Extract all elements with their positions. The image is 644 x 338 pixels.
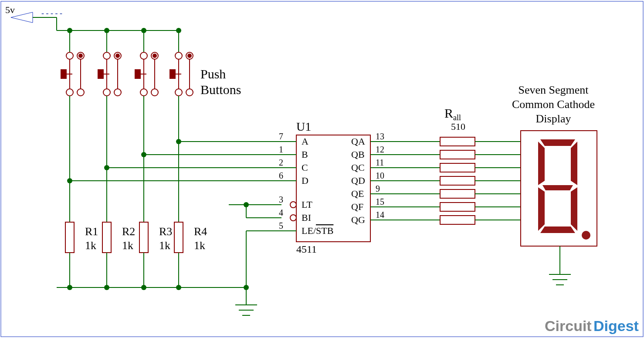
button-col-2: [98, 28, 121, 170]
r3-name: R3: [159, 225, 172, 238]
svg-text:14: 14: [376, 210, 384, 220]
svg-point-45: [186, 89, 193, 96]
svg-rect-122: [440, 150, 475, 159]
display-label-2: Common Cathode: [512, 98, 595, 111]
svg-marker-139: [542, 185, 573, 190]
svg-point-42: [175, 52, 182, 59]
svg-point-16: [103, 52, 110, 59]
rall-name: Rall: [444, 106, 461, 122]
svg-text:QD: QD: [351, 175, 365, 186]
ic-pins-right: 13 QA 12 QB 11 QC 10 QD 9 QE 15 QF 14 QG: [351, 132, 440, 225]
svg-text:4: 4: [279, 208, 283, 217]
svg-point-6: [66, 89, 73, 96]
seven-segment-display: Seven Segment Common Cathode Display: [512, 84, 597, 285]
svg-marker-136: [540, 139, 575, 146]
svg-point-18: [103, 89, 110, 96]
svg-text:QA: QA: [351, 136, 365, 147]
svg-point-37: [153, 54, 157, 58]
svg-rect-60: [139, 222, 148, 253]
r3-value: 1k: [159, 239, 170, 252]
svg-point-66: [104, 285, 109, 290]
svg-text:QE: QE: [351, 188, 364, 199]
ic-part: 4511: [296, 243, 317, 255]
svg-text:2: 2: [279, 158, 283, 167]
svg-marker-142: [540, 226, 575, 233]
pin-name: A: [302, 136, 308, 147]
svg-rect-127: [440, 216, 475, 224]
svg-point-32: [151, 89, 158, 96]
resistor-r1: R1 1k: [65, 181, 98, 287]
button-col-3: [135, 28, 158, 157]
svg-text:15: 15: [376, 197, 384, 206]
svg-text:QC: QC: [351, 162, 365, 173]
svg-point-7: [77, 89, 84, 96]
svg-rect-22: [98, 70, 103, 78]
svg-text:LE/STB: LE/STB: [302, 225, 333, 236]
watermark: Circuit Digest: [545, 318, 639, 334]
svg-text:3: 3: [279, 195, 283, 204]
svg-point-65: [67, 285, 72, 290]
svg-point-29: [140, 52, 147, 59]
svg-rect-121: [440, 137, 475, 146]
svg-rect-126: [440, 203, 475, 211]
resistor-r4: R4 1k: [174, 142, 207, 287]
r4-value: 1k: [194, 239, 205, 252]
svg-text:6: 6: [279, 171, 283, 180]
ic-ref: U1: [296, 120, 311, 133]
svg-text:5: 5: [279, 221, 283, 230]
pin-num: 7: [279, 132, 283, 141]
display-label-3: Display: [536, 112, 571, 125]
svg-point-19: [114, 89, 121, 96]
svg-text:C: C: [302, 162, 308, 173]
svg-point-82: [290, 215, 296, 221]
svg-point-50: [187, 54, 192, 58]
svg-rect-63: [174, 222, 183, 253]
r1-value: 1k: [85, 239, 96, 252]
resistor-r2: R2 1k: [102, 168, 135, 287]
push-buttons-label-2: Buttons: [200, 82, 241, 97]
svg-rect-35: [135, 70, 140, 78]
svg-text:BI: BI: [302, 212, 311, 223]
svg-point-67: [141, 285, 146, 290]
svg-point-31: [140, 89, 147, 96]
svg-marker-137: [538, 142, 545, 185]
svg-rect-48: [170, 70, 175, 78]
svg-text:QF: QF: [351, 201, 363, 212]
resistor-array: Rall 510: [440, 106, 475, 224]
button-col-4: [170, 28, 193, 144]
svg-text:D: D: [302, 175, 308, 186]
svg-marker-138: [571, 142, 577, 185]
svg-point-68: [176, 285, 181, 290]
watermark-a: Circuit: [545, 318, 592, 334]
svg-text:LT: LT: [302, 199, 312, 210]
svg-text:11: 11: [376, 158, 384, 167]
svg-rect-125: [440, 189, 475, 198]
svg-point-44: [175, 89, 182, 96]
display-label-1: Seven Segment: [518, 84, 589, 96]
rall-value: 510: [451, 121, 465, 132]
r2-name: R2: [122, 225, 135, 238]
svg-point-12: [78, 54, 83, 58]
push-buttons-label-1: Push: [200, 67, 226, 81]
r4-name: R4: [194, 225, 207, 238]
svg-marker-141: [571, 187, 577, 231]
svg-rect-57: [102, 222, 111, 253]
svg-text:QG: QG: [351, 214, 365, 225]
svg-text:1: 1: [279, 145, 283, 154]
svg-text:QB: QB: [351, 149, 365, 160]
svg-text:9: 9: [376, 184, 380, 193]
diagram-border: [1, 1, 643, 337]
svg-point-24: [115, 54, 120, 58]
button-col-1: [61, 28, 84, 183]
resistor-r3: R3 1k: [139, 155, 172, 287]
ic-pins-left: 7 A 1 B 2 C 6 D 3 LT 4 BI 5 LE/STB: [279, 132, 333, 236]
svg-rect-123: [440, 163, 475, 172]
svg-text:10: 10: [376, 171, 384, 180]
svg-point-143: [582, 231, 590, 240]
r1-name: R1: [85, 225, 98, 238]
svg-marker-140: [538, 187, 545, 231]
svg-point-4: [66, 52, 73, 59]
power-5v: 5v - - - - -: [5, 4, 62, 23]
power-label: 5v: [5, 4, 15, 15]
svg-text:13: 13: [376, 132, 384, 141]
